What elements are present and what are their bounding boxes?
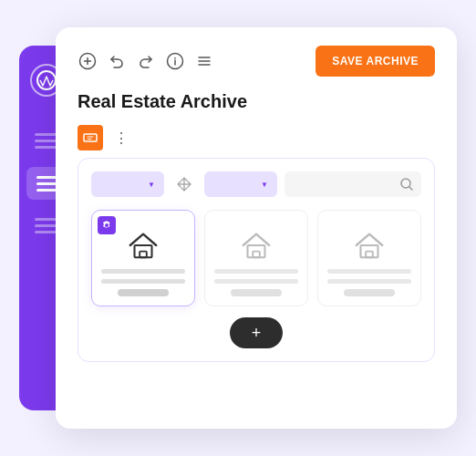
toolbar-icons	[78, 51, 305, 71]
svg-rect-3	[84, 134, 97, 141]
add-button-container: +	[91, 317, 421, 348]
page-title: Real Estate Archive	[78, 91, 435, 112]
property-card-1[interactable]	[91, 210, 195, 306]
add-item-button[interactable]: +	[230, 317, 284, 348]
house-icon-1	[125, 227, 161, 264]
card-btn-1	[118, 289, 168, 296]
undo-icon[interactable]	[107, 51, 127, 71]
move-icon[interactable]	[171, 171, 197, 197]
save-archive-button[interactable]: SAVE ARCHIVE	[316, 46, 435, 77]
main-card: SAVE ARCHIVE Real Estate Archive ⋮ ▼	[56, 27, 457, 429]
list-icon[interactable]	[194, 51, 214, 71]
redo-icon[interactable]	[136, 51, 156, 71]
block-options-button[interactable]: ⋮	[109, 125, 134, 150]
property-card-2[interactable]	[204, 210, 308, 306]
gear-icon[interactable]	[98, 216, 116, 234]
block-toolbar: ⋮	[78, 125, 435, 150]
card-btn-2	[231, 289, 281, 296]
block-type-icon	[78, 125, 103, 150]
house-icon-2	[238, 227, 274, 264]
chevron-down-icon-2: ▼	[261, 181, 268, 189]
property-cards	[91, 210, 421, 306]
card-line-1b	[101, 279, 185, 284]
card-line-1a	[101, 269, 185, 274]
card-btn-3	[344, 289, 394, 296]
card-line-3a	[327, 269, 411, 274]
add-circle-icon[interactable]	[78, 51, 98, 71]
property-card-3[interactable]	[317, 210, 421, 306]
filter-row: ▼ ▼	[91, 171, 421, 197]
card-line-3b	[327, 279, 411, 284]
search-bar[interactable]	[285, 171, 421, 197]
card-line-2a	[214, 269, 298, 274]
archive-widget: ▼ ▼	[78, 158, 435, 362]
info-icon[interactable]	[165, 51, 185, 71]
filter-dropdown-1[interactable]: ▼	[91, 171, 164, 197]
card-line-2b	[214, 279, 298, 284]
filter-dropdown-2[interactable]: ▼	[204, 171, 277, 197]
outer-container: SAVE ARCHIVE Real Estate Archive ⋮ ▼	[19, 27, 457, 429]
toolbar: SAVE ARCHIVE	[78, 46, 435, 77]
chevron-down-icon-1: ▼	[148, 181, 155, 189]
house-icon-3	[351, 227, 388, 264]
